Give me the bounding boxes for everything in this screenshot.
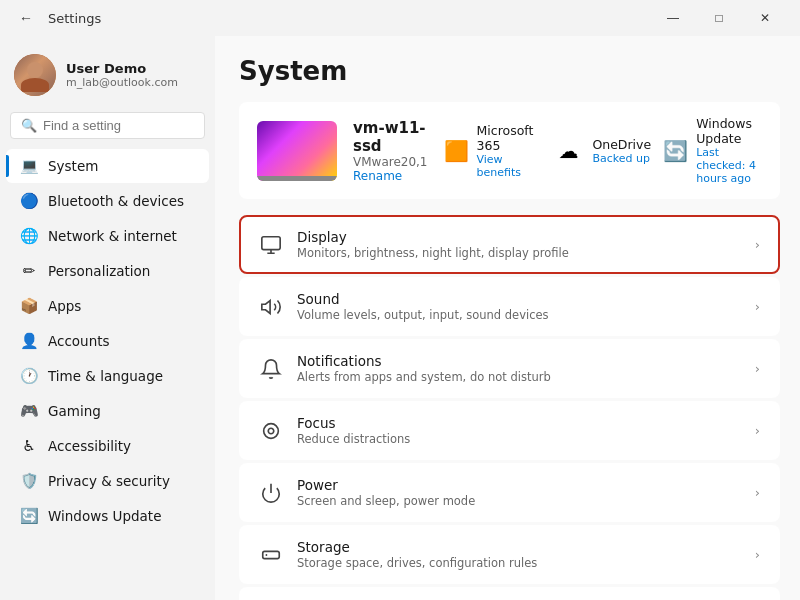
titlebar: ← Settings — □ ✕	[0, 0, 800, 36]
notifications-icon	[259, 357, 283, 381]
sidebar-item-time[interactable]: 🕐 Time & language	[6, 359, 209, 393]
sidebar-label-system: System	[48, 158, 98, 174]
close-button[interactable]: ✕	[742, 2, 788, 34]
device-info: vm-w11-ssd VMware20,1 Rename	[353, 119, 428, 183]
notifications-arrow: ›	[755, 361, 760, 376]
power-arrow: ›	[755, 485, 760, 500]
user-profile[interactable]: User Demo m_lab@outlook.com	[0, 44, 215, 112]
sidebar-item-update[interactable]: 🔄 Windows Update	[6, 499, 209, 533]
settings-item-focus[interactable]: Focus Reduce distractions ›	[239, 401, 780, 460]
apps-nav-icon: 📦	[20, 297, 38, 315]
quick-link-sub-onedrive: Backed up	[592, 152, 651, 165]
device-card: vm-w11-ssd VMware20,1 Rename 🟧 Microsoft…	[239, 102, 780, 199]
sidebar-label-gaming: Gaming	[48, 403, 101, 419]
display-icon	[259, 233, 283, 257]
svg-marker-1	[262, 300, 270, 313]
accounts-nav-icon: 👤	[20, 332, 38, 350]
display-sub: Monitors, brightness, night light, displ…	[297, 246, 741, 260]
quick-link-label-onedrive: OneDrive	[592, 137, 651, 152]
personalization-nav-icon: ✏️	[20, 262, 38, 280]
settings-item-display[interactable]: Display Monitors, brightness, night ligh…	[239, 215, 780, 274]
power-icon	[259, 481, 283, 505]
search-icon: 🔍	[21, 118, 37, 133]
titlebar-left: ← Settings	[12, 4, 101, 32]
focus-sub: Reduce distractions	[297, 432, 741, 446]
sidebar-item-accounts[interactable]: 👤 Accounts	[6, 324, 209, 358]
avatar	[14, 54, 56, 96]
back-button[interactable]: ←	[12, 4, 40, 32]
quick-link-update[interactable]: 🔄 Windows Update Last checked: 4 hours a…	[663, 116, 762, 185]
sound-title: Sound	[297, 291, 741, 307]
titlebar-title: Settings	[48, 11, 101, 26]
svg-rect-5	[263, 551, 280, 558]
power-sub: Screen and sleep, power mode	[297, 494, 741, 508]
sound-icon	[259, 295, 283, 319]
privacy-nav-icon: 🛡️	[20, 472, 38, 490]
user-name: User Demo	[66, 61, 178, 76]
quick-links: 🟧 Microsoft 365 View benefits ☁️ OneDriv…	[444, 116, 762, 185]
settings-item-power[interactable]: Power Screen and sleep, power mode ›	[239, 463, 780, 522]
network-nav-icon: 🌐	[20, 227, 38, 245]
rename-link[interactable]: Rename	[353, 169, 428, 183]
storage-arrow: ›	[755, 547, 760, 562]
svg-point-3	[264, 423, 279, 438]
time-nav-icon: 🕐	[20, 367, 38, 385]
sidebar-item-gaming[interactable]: 🎮 Gaming	[6, 394, 209, 428]
storage-sub: Storage space, drives, configuration rul…	[297, 556, 741, 570]
avatar-image	[14, 54, 56, 96]
display-title: Display	[297, 229, 741, 245]
sidebar-item-system[interactable]: 💻 System	[6, 149, 209, 183]
search-input[interactable]	[43, 118, 194, 133]
sidebar-label-time: Time & language	[48, 368, 163, 384]
quick-link-sub-m365: View benefits	[477, 153, 541, 179]
focus-title: Focus	[297, 415, 741, 431]
sidebar-label-apps: Apps	[48, 298, 81, 314]
quick-link-onedrive[interactable]: ☁️ OneDrive Backed up	[552, 116, 651, 185]
sidebar-label-accessibility: Accessibility	[48, 438, 131, 454]
app-body: User Demo m_lab@outlook.com 🔍 💻 System 🔵…	[0, 36, 800, 600]
quick-link-sub-update: Last checked: 4 hours ago	[696, 146, 762, 185]
maximize-button[interactable]: □	[696, 2, 742, 34]
quick-link-label-m365: Microsoft 365	[477, 123, 541, 153]
sidebar-label-network: Network & internet	[48, 228, 177, 244]
svg-point-2	[268, 428, 274, 434]
quick-link-label-update: Windows Update	[696, 116, 762, 146]
minimize-button[interactable]: —	[650, 2, 696, 34]
focus-icon	[259, 419, 283, 443]
page-title: System	[239, 56, 780, 86]
storage-icon	[259, 543, 283, 567]
sound-sub: Volume levels, output, input, sound devi…	[297, 308, 741, 322]
sidebar-item-accessibility[interactable]: ♿ Accessibility	[6, 429, 209, 463]
sidebar-item-apps[interactable]: 📦 Apps	[6, 289, 209, 323]
storage-title: Storage	[297, 539, 741, 555]
quick-link-m365[interactable]: 🟧 Microsoft 365 View benefits	[444, 116, 541, 185]
sidebar-label-personalization: Personalization	[48, 263, 150, 279]
device-name: vm-w11-ssd	[353, 119, 428, 155]
sidebar-item-privacy[interactable]: 🛡️ Privacy & security	[6, 464, 209, 498]
display-arrow: ›	[755, 237, 760, 252]
sidebar-item-bluetooth[interactable]: 🔵 Bluetooth & devices	[6, 184, 209, 218]
search-box[interactable]: 🔍	[10, 112, 205, 139]
sidebar-item-network[interactable]: 🌐 Network & internet	[6, 219, 209, 253]
accessibility-nav-icon: ♿	[20, 437, 38, 455]
settings-item-sound[interactable]: Sound Volume levels, output, input, soun…	[239, 277, 780, 336]
settings-item-storage[interactable]: Storage Storage space, drives, configura…	[239, 525, 780, 584]
power-title: Power	[297, 477, 741, 493]
update-icon: 🔄	[663, 135, 688, 167]
gaming-nav-icon: 🎮	[20, 402, 38, 420]
device-thumbnail	[257, 121, 337, 181]
user-info: User Demo m_lab@outlook.com	[66, 61, 178, 89]
sidebar-label-privacy: Privacy & security	[48, 473, 170, 489]
sidebar-label-update: Windows Update	[48, 508, 161, 524]
user-email: m_lab@outlook.com	[66, 76, 178, 89]
notifications-title: Notifications	[297, 353, 741, 369]
settings-item-notifications[interactable]: Notifications Alerts from apps and syste…	[239, 339, 780, 398]
device-model: VMware20,1	[353, 155, 428, 169]
sidebar-item-personalization[interactable]: ✏️ Personalization	[6, 254, 209, 288]
nav-list: 💻 System 🔵 Bluetooth & devices 🌐 Network…	[0, 149, 215, 533]
m365-icon: 🟧	[444, 135, 469, 167]
settings-item-nearby[interactable]: Nearby sharing Discoverability, received…	[239, 587, 780, 600]
sound-arrow: ›	[755, 299, 760, 314]
sidebar: User Demo m_lab@outlook.com 🔍 💻 System 🔵…	[0, 36, 215, 600]
main-panel: System vm-w11-ssd VMware20,1 Rename 🟧 Mi…	[215, 36, 800, 600]
